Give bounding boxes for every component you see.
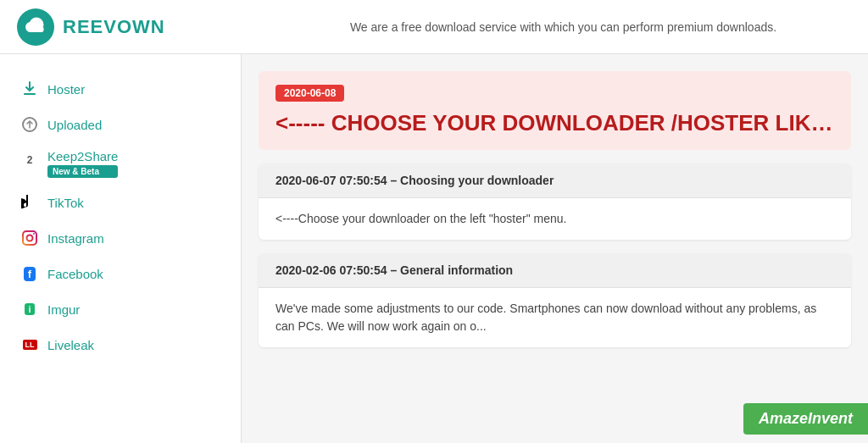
news-card-1-header: 2020-06-07 07:50:54 – Choosing your down… — [259, 163, 851, 198]
new-beta-badge: New & Beta — [47, 165, 118, 178]
featured-date-badge: 2020-06-08 — [275, 85, 344, 102]
download-icon — [20, 80, 39, 98]
svg-point-4 — [33, 233, 35, 235]
sidebar-item-liveleak[interactable]: LL Liveleak — [0, 327, 241, 363]
amazeinvent-watermark: AmazeInvent — [743, 403, 868, 435]
liveleak-icon: LL — [20, 335, 39, 354]
featured-title: <----- CHOOSE YOUR DOWNLOADER /HOSTER LI… — [275, 110, 834, 136]
tiktok-icon — [20, 193, 39, 212]
featured-banner: 2020-06-08 <----- CHOOSE YOUR DOWNLOADER… — [259, 71, 851, 150]
logo-icon — [17, 8, 54, 46]
sidebar-item-uploaded-label: Uploaded — [47, 118, 102, 132]
facebook-icon: f — [20, 264, 39, 283]
header-tagline: We are a free download service with whic… — [259, 20, 851, 34]
logo-text: REEVOWN — [63, 16, 165, 38]
sidebar-item-instagram[interactable]: Instagram — [0, 220, 241, 256]
keep2share-row: Keep2Share — [47, 149, 118, 163]
sidebar: Hoster Uploaded 2 Keep2Share New & Beta — [0, 54, 242, 443]
sidebar-item-tiktok-label: TikTok — [47, 196, 84, 210]
sidebar-item-imgur[interactable]: i Imgur — [0, 291, 241, 327]
main-content: 2020-06-08 <----- CHOOSE YOUR DOWNLOADER… — [242, 54, 868, 443]
news-card-1-body: <----Choose your downloader on the left … — [259, 198, 851, 240]
instagram-icon — [20, 229, 39, 247]
keep2share-area: Keep2Share New & Beta — [47, 149, 118, 178]
sidebar-item-uploaded[interactable]: Uploaded — [0, 107, 241, 142]
sidebar-item-instagram-label: Instagram — [47, 231, 104, 246]
header: REEVOWN We are a free download service w… — [0, 0, 868, 54]
uploaded-icon — [20, 115, 39, 134]
keep2share-number: 2 — [20, 151, 39, 169]
sidebar-item-tiktok[interactable]: TikTok — [0, 185, 241, 220]
svg-point-3 — [27, 235, 33, 241]
news-card-2: 2020-02-06 07:50:54 – General informatio… — [259, 253, 851, 347]
logo-area: REEVOWN — [17, 8, 259, 46]
news-card-1: 2020-06-07 07:50:54 – Choosing your down… — [259, 163, 851, 240]
sidebar-item-imgur-label: Imgur — [47, 302, 80, 317]
news-card-2-body: We've made some adjustments to our code.… — [259, 288, 851, 347]
imgur-icon: i — [20, 300, 39, 318]
sidebar-item-keep2share-label: Keep2Share — [47, 149, 118, 163]
news-card-2-header: 2020-02-06 07:50:54 – General informatio… — [259, 253, 851, 288]
main-layout: Hoster Uploaded 2 Keep2Share New & Beta — [0, 54, 868, 443]
sidebar-item-keep2share[interactable]: 2 Keep2Share New & Beta — [0, 142, 241, 185]
sidebar-item-liveleak-label: Liveleak — [47, 338, 94, 352]
sidebar-item-facebook-label: Facebook — [47, 267, 103, 281]
sidebar-item-hoster[interactable]: Hoster — [0, 71, 241, 107]
sidebar-item-facebook[interactable]: f Facebook — [0, 256, 241, 291]
sidebar-item-hoster-label: Hoster — [47, 82, 85, 97]
